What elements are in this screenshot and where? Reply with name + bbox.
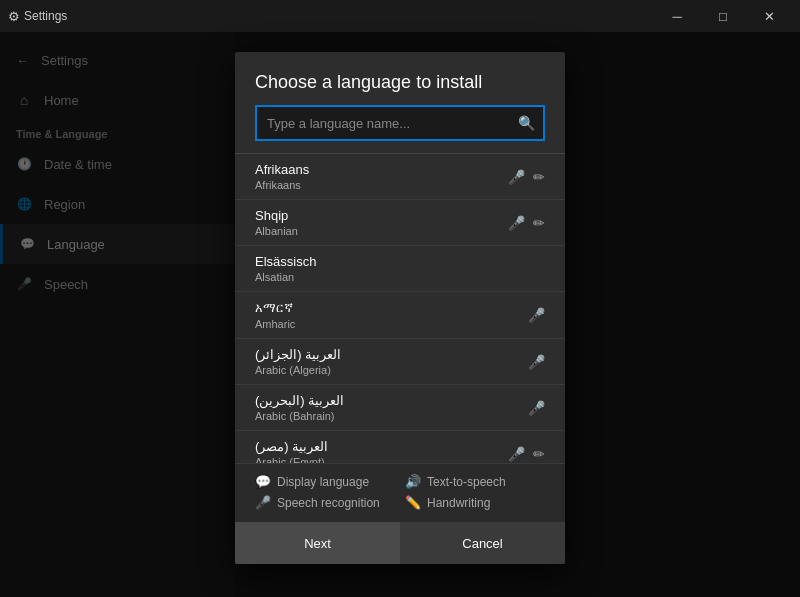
handwriting-icon: ✏ (533, 215, 545, 231)
language-install-modal: Choose a language to install 🔍 Afrikaans… (235, 52, 565, 564)
minimize-button[interactable]: ─ (654, 0, 700, 32)
speech-recognition-icon: 🎤 (255, 495, 271, 510)
title-bar-title: Settings (24, 9, 67, 23)
modal-title: Choose a language to install (255, 72, 545, 93)
next-button[interactable]: Next (235, 522, 400, 564)
search-icon: 🔍 (518, 115, 535, 131)
title-bar: ⚙ Settings ─ □ ✕ (0, 0, 800, 32)
feature-display-language: 💬 Display language (255, 474, 395, 489)
language-search-input[interactable] (255, 105, 545, 141)
features-section: 💬 Display language 🔊 Text-to-speech 🎤 Sp… (235, 463, 565, 522)
text-to-speech-icon: 🔊 (405, 474, 421, 489)
title-bar-controls: ─ □ ✕ (654, 0, 792, 32)
feature-speech-recognition: 🎤 Speech recognition (255, 495, 395, 510)
list-item[interactable]: Afrikaans Afrikaans 🎤 ✏ (235, 154, 565, 200)
settings-icon: ⚙ (8, 9, 20, 24)
cancel-button[interactable]: Cancel (400, 522, 565, 564)
list-item[interactable]: العربية (الجزائر) Arabic (Algeria) 🎤 (235, 339, 565, 385)
language-list: Afrikaans Afrikaans 🎤 ✏ Shqip Albanian 🎤… (235, 153, 565, 463)
handwriting-icon: ✏️ (405, 495, 421, 510)
modal-search-wrap: 🔍 (255, 105, 545, 141)
list-item[interactable]: العربية (مصر) Arabic (Egypt) 🎤 ✏ (235, 431, 565, 463)
modal-footer: Next Cancel (235, 522, 565, 564)
feature-handwriting: ✏️ Handwriting (405, 495, 545, 510)
speech-icon: 🎤 (528, 354, 545, 370)
feature-text-to-speech: 🔊 Text-to-speech (405, 474, 545, 489)
handwriting-icon: ✏ (533, 169, 545, 185)
modal-overlay: Choose a language to install 🔍 Afrikaans… (0, 32, 800, 597)
maximize-button[interactable]: □ (700, 0, 746, 32)
speech-icon: 🎤 (508, 169, 525, 185)
list-item[interactable]: العربية (البحرين) Arabic (Bahrain) 🎤 (235, 385, 565, 431)
speech-icon: 🎤 (528, 400, 545, 416)
speech-icon: 🎤 (508, 446, 525, 462)
list-item[interactable]: Elsässisch Alsatian (235, 246, 565, 292)
list-item[interactable]: አማርኛ Amharic 🎤 (235, 292, 565, 339)
speech-icon: 🎤 (528, 307, 545, 323)
modal-header: Choose a language to install 🔍 (235, 52, 565, 153)
close-button[interactable]: ✕ (746, 0, 792, 32)
display-language-icon: 💬 (255, 474, 271, 489)
handwriting-icon: ✏ (533, 446, 545, 462)
features-grid: 💬 Display language 🔊 Text-to-speech 🎤 Sp… (255, 474, 545, 510)
list-item[interactable]: Shqip Albanian 🎤 ✏ (235, 200, 565, 246)
speech-icon: 🎤 (508, 215, 525, 231)
